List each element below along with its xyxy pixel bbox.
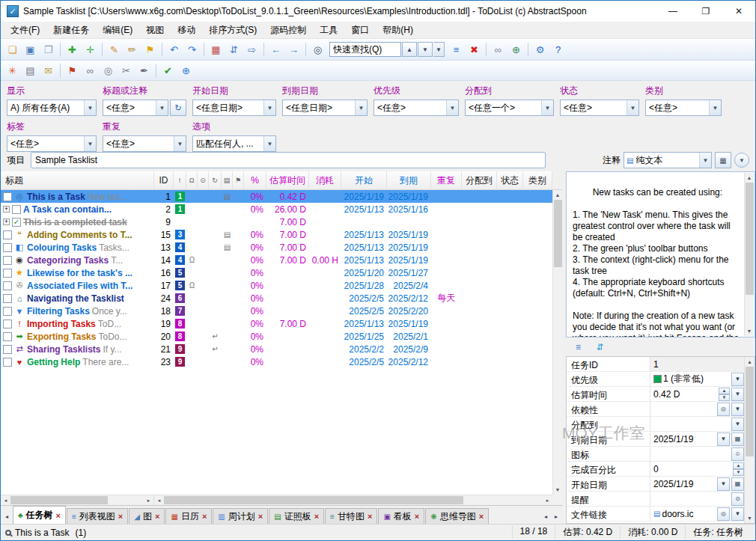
- filter-combobox[interactable]: <任意>: [645, 100, 722, 116]
- chevron-down-icon[interactable]: [263, 100, 275, 115]
- chevron-down-icon[interactable]: [84, 100, 96, 115]
- minimize-button[interactable]: —: [656, 1, 689, 22]
- filter-combobox[interactable]: <任意一个>: [465, 100, 554, 116]
- new-tasklist-icon[interactable]: ❏: [4, 41, 21, 58]
- filter-combobox[interactable]: <任意>: [103, 100, 168, 116]
- search-icon[interactable]: ◎: [717, 403, 730, 416]
- tab-close-icon[interactable]: ×: [258, 512, 263, 521]
- close-button[interactable]: ✕: [722, 1, 755, 22]
- tree-horizontal-scrollbar[interactable]: ◂ ▸: [1, 495, 154, 505]
- reminder-field[interactable]: ⊙: [650, 492, 744, 506]
- chevron-down-icon[interactable]: [446, 100, 458, 115]
- column-header-category[interactable]: 类别: [523, 171, 552, 189]
- menu-item[interactable]: 工具: [313, 22, 344, 39]
- tab-close-icon[interactable]: ×: [479, 512, 484, 521]
- spin-down-icon[interactable]: ▼: [719, 394, 730, 401]
- filter-options-button[interactable]: [170, 100, 186, 116]
- column-header-spent[interactable]: 消耗: [309, 171, 341, 189]
- due-date-field[interactable]: 2025/1/19 ▼ ▦: [650, 432, 744, 446]
- task-row[interactable]: ⌂ Navigating the Tasklist 24 6: [1, 292, 552, 305]
- scrollbar-thumb[interactable]: [554, 200, 562, 267]
- view-tab[interactable]: ❋ 思维导图 ×: [425, 508, 489, 524]
- column-header-assigned[interactable]: 分配到: [462, 171, 497, 189]
- task-checkbox[interactable]: [3, 269, 12, 278]
- task-row[interactable]: ◎ This is a Task New tas... 1 1: [1, 190, 552, 203]
- scroll-right-icon[interactable]: ▸: [543, 495, 552, 505]
- scrollbar-thumb[interactable]: [746, 183, 754, 295]
- edit-title-icon[interactable]: ✎: [106, 41, 123, 58]
- export-doc-icon[interactable]: ⇨: [243, 41, 260, 58]
- smiley-icon[interactable]: ☺: [731, 447, 744, 461]
- weblink-icon[interactable]: ⊕: [507, 41, 525, 58]
- column-header-file-icon[interactable]: ▤: [222, 171, 233, 189]
- tab-close-icon[interactable]: ×: [368, 512, 372, 521]
- comments-expand-button[interactable]: ▼: [734, 153, 749, 168]
- task-checkbox[interactable]: [3, 192, 12, 201]
- scrollbar-thumb[interactable]: [10, 496, 108, 504]
- sort-attributes-icon[interactable]: ⇵: [591, 339, 609, 355]
- view-tab[interactable]: ≡ 甘特图 ×: [325, 508, 377, 524]
- chevron-down-icon[interactable]: ▼: [731, 403, 744, 416]
- find-next-button[interactable]: ▼: [418, 42, 433, 57]
- task-checkbox[interactable]: [3, 332, 12, 341]
- quick-find-input[interactable]: [329, 42, 401, 57]
- scroll-up-icon[interactable]: ▲: [553, 190, 563, 200]
- chevron-down-icon[interactable]: [709, 100, 721, 115]
- task-row[interactable]: ★ Likewise for the task's ... 16 5: [1, 266, 552, 279]
- delete-task-icon[interactable]: ✖: [466, 41, 483, 58]
- column-header-due[interactable]: 到期: [387, 171, 431, 189]
- prev-task-icon[interactable]: ←: [267, 41, 284, 58]
- scroll-down-icon[interactable]: ▼: [745, 513, 755, 523]
- percent-done-field[interactable]: 0 ▲▼: [650, 462, 744, 476]
- next-task-icon[interactable]: →: [285, 41, 302, 58]
- scroll-up-icon[interactable]: ▲: [745, 173, 755, 183]
- scroll-up-icon[interactable]: ▲: [745, 357, 755, 367]
- assigned-to-combobox[interactable]: ▼: [650, 417, 744, 431]
- save-tasklist-icon[interactable]: ▣: [22, 41, 39, 58]
- view-tab[interactable]: ▥ 周计划 ×: [213, 508, 268, 524]
- group-attributes-icon[interactable]: ≡: [570, 339, 587, 355]
- task-checkbox[interactable]: [3, 307, 12, 316]
- sort-icon[interactable]: ≡: [448, 41, 465, 58]
- columns-horizontal-scrollbar[interactable]: ◂ ▸: [154, 495, 552, 505]
- print-icon[interactable]: ▤: [22, 62, 39, 79]
- menu-item[interactable]: 排序方式(S): [202, 22, 263, 39]
- view-tab[interactable]: ▤ 证照板 ×: [269, 508, 324, 524]
- comments-layout-button[interactable]: ▦: [715, 152, 731, 168]
- chevron-down-icon[interactable]: [355, 100, 367, 115]
- menu-item[interactable]: 编辑(E): [96, 22, 139, 39]
- help-icon[interactable]: ?: [549, 41, 567, 58]
- tab-scroll-left-icon[interactable]: ◂: [1, 509, 12, 524]
- view-tab[interactable]: ♣ 任务树 ×: [13, 506, 66, 524]
- scroll-left-icon[interactable]: ◂: [1, 495, 10, 505]
- approve-icon[interactable]: ✔: [159, 62, 177, 79]
- icon-field[interactable]: ☺: [650, 447, 744, 461]
- filter-combobox[interactable]: <任意>: [374, 100, 459, 116]
- file-link-field[interactable]: ▤ doors.ic ◎ ▼: [650, 507, 744, 521]
- tab-scroll-right-icon[interactable]: ▸: [551, 509, 561, 524]
- pen-icon[interactable]: ✒: [135, 62, 153, 79]
- chevron-down-icon[interactable]: [156, 100, 168, 115]
- scrollbar-thumb[interactable]: [746, 367, 754, 456]
- task-row[interactable]: ✇ Associated Files with T... 17 5: [1, 279, 552, 292]
- spin-down-icon[interactable]: ▼: [733, 469, 744, 476]
- new-task-icon[interactable]: ✚: [64, 41, 81, 58]
- comments-format-combobox[interactable]: ▤ 纯文本: [624, 152, 712, 168]
- task-row[interactable]: ➡ Exporting Tasks ToDo... 20 8: [1, 330, 552, 343]
- column-header-flag-icon[interactable]: ⚑: [233, 171, 244, 189]
- calendar-icon[interactable]: ▦: [731, 433, 744, 446]
- chevron-down-icon[interactable]: ▼: [731, 418, 744, 431]
- column-header-status[interactable]: 状态: [497, 171, 523, 189]
- tab-close-icon[interactable]: ×: [56, 511, 61, 520]
- filter-combobox[interactable]: A) 所有任务(A): [7, 100, 97, 116]
- task-row[interactable]: This is a completed task 9: [1, 216, 552, 228]
- browser-globe-icon[interactable]: ⊕: [177, 62, 195, 79]
- scroll-right-icon[interactable]: ▸: [144, 495, 153, 505]
- tab-close-icon[interactable]: ×: [202, 512, 207, 521]
- chevron-down-icon[interactable]: ▼: [717, 433, 730, 446]
- spin-up-icon[interactable]: ▲: [719, 388, 730, 394]
- menu-item[interactable]: 源码控制: [263, 22, 313, 39]
- save-all-icon[interactable]: ❐: [40, 41, 57, 58]
- email-icon[interactable]: ✉: [40, 62, 57, 79]
- menu-item[interactable]: 移动: [171, 22, 202, 39]
